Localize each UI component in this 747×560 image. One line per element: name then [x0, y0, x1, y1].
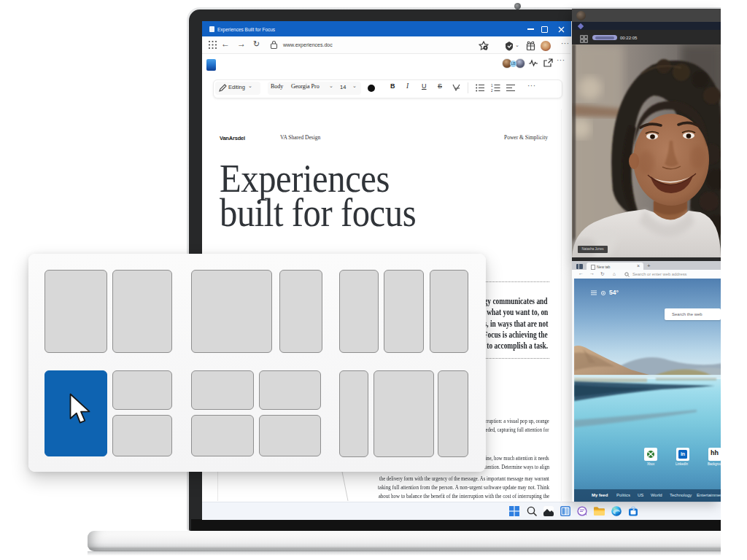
- svg-text:2: 2: [491, 89, 493, 93]
- svg-text:1: 1: [491, 84, 493, 88]
